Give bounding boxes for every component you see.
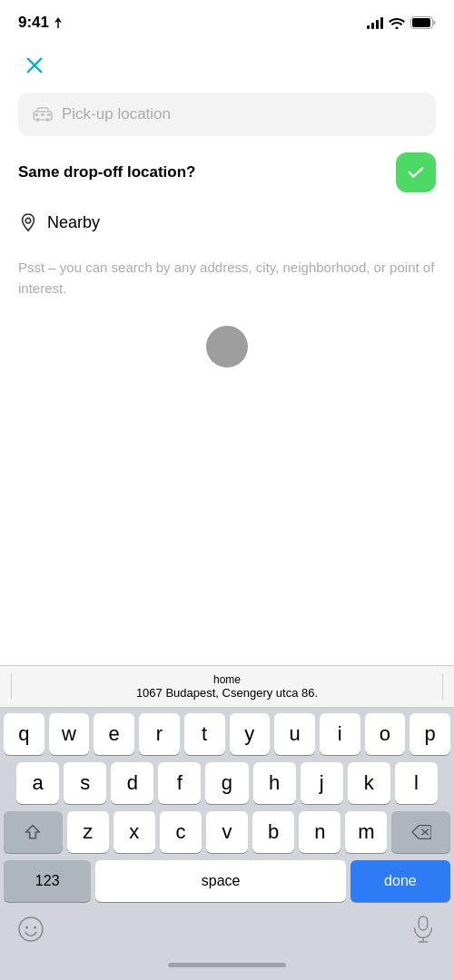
keyboard: q w e r t y u i o p a s d f g h j k l xyxy=(0,708,454,906)
svg-point-13 xyxy=(19,917,43,941)
location-pin-icon xyxy=(18,212,38,232)
key-v[interactable]: v xyxy=(206,811,248,853)
svg-rect-16 xyxy=(419,916,427,930)
pickup-location-input[interactable]: Pick-up location xyxy=(18,93,436,136)
same-dropoff-toggle[interactable] xyxy=(396,152,436,192)
battery-icon xyxy=(410,16,436,29)
key-g[interactable]: g xyxy=(205,762,248,804)
key-x[interactable]: x xyxy=(114,811,155,853)
emoji-icon xyxy=(17,916,44,943)
key-f[interactable]: f xyxy=(158,762,201,804)
svg-point-6 xyxy=(46,118,50,122)
svg-point-15 xyxy=(34,926,36,929)
key-u[interactable]: u xyxy=(274,713,315,755)
svg-point-14 xyxy=(25,926,28,929)
nearby-row[interactable]: Nearby xyxy=(18,212,436,232)
backspace-icon xyxy=(411,824,431,840)
status-icons xyxy=(367,16,436,29)
wifi-icon xyxy=(389,16,405,29)
signal-icon xyxy=(367,16,383,29)
key-row-3: z x c v b n m xyxy=(4,811,450,853)
key-h[interactable]: h xyxy=(253,762,296,804)
autocomplete-bar[interactable]: home 1067 Budapest, Csengery utca 86. xyxy=(0,665,454,708)
keyboard-area: home 1067 Budapest, Csengery utca 86. q … xyxy=(0,665,454,980)
home-indicator xyxy=(0,949,454,980)
key-space[interactable]: space xyxy=(95,860,345,902)
same-dropoff-row: Same drop-off location? xyxy=(18,152,436,192)
checkmark-icon xyxy=(406,162,426,182)
key-i[interactable]: i xyxy=(320,713,360,755)
key-done[interactable]: done xyxy=(350,860,450,902)
key-row-bottom: 123 space done xyxy=(4,860,450,902)
pickup-placeholder: Pick-up location xyxy=(62,105,171,123)
key-z[interactable]: z xyxy=(67,811,109,853)
home-bar xyxy=(168,963,286,967)
loading-indicator xyxy=(206,326,248,368)
key-p[interactable]: p xyxy=(410,713,450,755)
svg-rect-9 xyxy=(47,113,51,116)
location-arrow-icon xyxy=(53,16,64,29)
key-a[interactable]: a xyxy=(16,762,59,804)
app-content: Pick-up location Same drop-off location?… xyxy=(0,40,454,368)
key-e[interactable]: e xyxy=(94,713,134,755)
svg-point-10 xyxy=(25,218,31,223)
key-l[interactable]: l xyxy=(395,762,438,804)
nearby-label: Nearby xyxy=(47,213,100,232)
key-w[interactable]: w xyxy=(49,713,90,755)
key-backspace[interactable] xyxy=(391,811,450,853)
key-row-2: a s d f g h j k l xyxy=(4,762,450,804)
key-b[interactable]: b xyxy=(252,811,294,853)
svg-rect-8 xyxy=(41,113,44,116)
key-n[interactable]: n xyxy=(299,811,340,853)
key-d[interactable]: d xyxy=(111,762,153,804)
mic-button[interactable] xyxy=(407,913,439,946)
status-bar: 9:41 xyxy=(0,0,454,40)
car-icon xyxy=(33,106,53,122)
key-q[interactable]: q xyxy=(4,713,44,755)
mic-icon xyxy=(410,916,436,943)
key-row-1: q w e r t y u i o p xyxy=(4,713,450,755)
key-s[interactable]: s xyxy=(64,762,106,804)
key-m[interactable]: m xyxy=(345,811,387,853)
svg-point-5 xyxy=(36,118,40,122)
keyboard-bottom-bar xyxy=(0,906,454,949)
same-dropoff-label: Same drop-off location? xyxy=(18,163,196,181)
hint-text: Psst – you can search by any address, ci… xyxy=(18,258,436,299)
key-k[interactable]: k xyxy=(348,762,390,804)
autocomplete-subtitle: 1067 Budapest, Csengery utca 86. xyxy=(25,686,429,700)
key-shift[interactable] xyxy=(4,811,63,853)
close-button[interactable] xyxy=(18,49,51,82)
svg-rect-7 xyxy=(35,113,38,116)
shift-icon xyxy=(24,823,42,841)
status-time: 9:41 xyxy=(18,14,64,32)
svg-rect-1 xyxy=(412,18,430,27)
key-r[interactable]: r xyxy=(139,713,180,755)
emoji-button[interactable] xyxy=(15,913,47,946)
key-y[interactable]: y xyxy=(230,713,271,755)
key-numbers[interactable]: 123 xyxy=(4,860,91,902)
key-t[interactable]: t xyxy=(184,713,225,755)
autocomplete-title: home xyxy=(25,673,429,686)
key-j[interactable]: j xyxy=(301,762,343,804)
key-c[interactable]: c xyxy=(160,811,202,853)
key-o[interactable]: o xyxy=(365,713,406,755)
